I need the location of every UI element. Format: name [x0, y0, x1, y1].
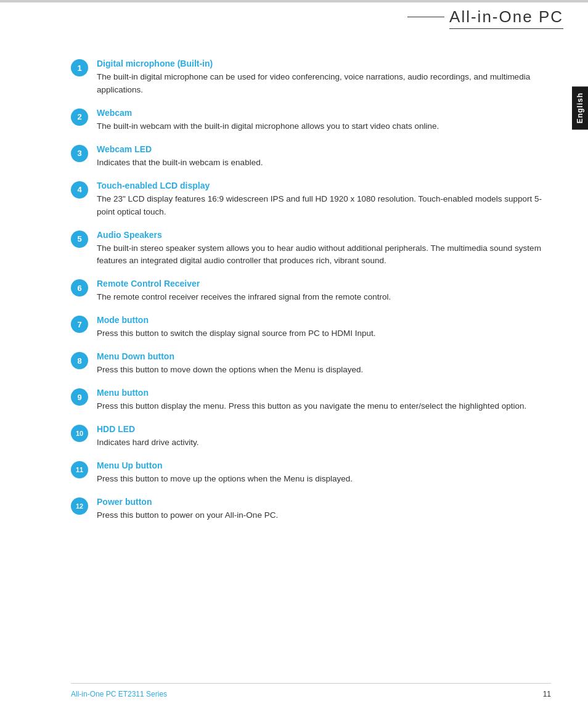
feature-title-7: Mode button: [97, 315, 551, 325]
feature-item-2: 2 Webcam The built-in webcam with the bu…: [71, 108, 551, 133]
badge-2: 2: [71, 108, 88, 126]
feature-title-12: Power button: [97, 497, 551, 507]
badge-11: 11: [71, 461, 88, 478]
feature-item-6: 6 Remote Control Receiver The remote con…: [71, 279, 551, 304]
header-bar: [0, 0, 588, 2]
feature-title-6: Remote Control Receiver: [97, 279, 551, 288]
feature-content-2: Webcam The built-in webcam with the buil…: [97, 108, 551, 133]
feature-content-1: Digital microphone (Built-in) The built-…: [97, 59, 551, 97]
badge-9: 9: [71, 388, 88, 406]
feature-title-10: HDD LED: [97, 424, 551, 434]
badge-1: 1: [71, 59, 88, 76]
footer-right: 11: [543, 690, 551, 698]
feature-content-9: Menu button Press this button display th…: [97, 388, 551, 413]
feature-content-3: Webcam LED Indicates that the built-in w…: [97, 144, 551, 170]
feature-title-3: Webcam LED: [97, 144, 551, 154]
badge-4: 4: [71, 181, 88, 198]
feature-content-5: Audio Speakers The built-in stereo speak…: [97, 230, 551, 268]
feature-item-11: 11 Menu Up button Press this button to m…: [71, 460, 551, 486]
footer-left: All-in-One PC ET2311 Series: [71, 690, 167, 698]
feature-desc-2: The built-in webcam with the built-in di…: [97, 120, 551, 133]
feature-title-8: Menu Down button: [97, 351, 551, 361]
feature-content-11: Menu Up button Press this button to move…: [97, 460, 551, 486]
feature-item-8: 8 Menu Down button Press this button to …: [71, 351, 551, 377]
badge-6: 6: [71, 279, 88, 297]
feature-item-7: 7 Mode button Press this button to switc…: [71, 315, 551, 340]
feature-content-7: Mode button Press this button to switch …: [97, 315, 551, 340]
feature-title-9: Menu button: [97, 388, 551, 398]
feature-item-12: 12 Power button Press this button to pow…: [71, 497, 551, 522]
feature-item-3: 3 Webcam LED Indicates that the built-in…: [71, 144, 551, 170]
feature-desc-11: Press this button to move up the options…: [97, 473, 551, 486]
brand-wrapper: All-in-One PC: [407, 7, 563, 27]
feature-desc-8: Press this button to move down the optio…: [97, 364, 551, 377]
badge-3: 3: [71, 145, 88, 162]
feature-content-8: Menu Down button Press this button to mo…: [97, 351, 551, 377]
feature-desc-5: The built-in stereo speaker system allow…: [97, 242, 551, 268]
main-content: 1 Digital microphone (Built-in) The buil…: [71, 59, 551, 675]
feature-content-12: Power button Press this button to power …: [97, 497, 551, 522]
feature-desc-7: Press this button to switch the display …: [97, 327, 551, 340]
feature-desc-1: The built-in digital microphone can be u…: [97, 71, 551, 97]
feature-desc-9: Press this button display the menu. Pres…: [97, 400, 551, 413]
badge-7: 7: [71, 316, 88, 333]
badge-8: 8: [71, 352, 88, 369]
feature-content-4: Touch-enabled LCD display The 23" LCD di…: [97, 181, 551, 219]
feature-title-11: Menu Up button: [97, 460, 551, 470]
feature-desc-6: The remote control receiver receives the…: [97, 291, 551, 304]
brand-title: All-in-One PC: [449, 7, 563, 27]
feature-title-4: Touch-enabled LCD display: [97, 181, 551, 190]
feature-item-5: 5 Audio Speakers The built-in stereo spe…: [71, 230, 551, 268]
feature-title-1: Digital microphone (Built-in): [97, 59, 551, 68]
badge-5: 5: [71, 231, 88, 248]
feature-item-10: 10 HDD LED Indicates hard drive activity…: [71, 424, 551, 449]
feature-content-6: Remote Control Receiver The remote contr…: [97, 279, 551, 304]
brand-underline: [449, 28, 563, 29]
feature-item-1: 1 Digital microphone (Built-in) The buil…: [71, 59, 551, 97]
feature-title-5: Audio Speakers: [97, 230, 551, 240]
feature-title-2: Webcam: [97, 108, 551, 118]
feature-desc-12: Press this button to power on your All-i…: [97, 509, 551, 522]
feature-item-4: 4 Touch-enabled LCD display The 23" LCD …: [71, 181, 551, 219]
badge-10: 10: [71, 425, 88, 442]
brand-line: [407, 17, 444, 17]
feature-content-10: HDD LED Indicates hard drive activity.: [97, 424, 551, 449]
feature-desc-10: Indicates hard drive activity.: [97, 436, 551, 449]
lang-tab: English: [572, 86, 588, 129]
feature-item-9: 9 Menu button Press this button display …: [71, 388, 551, 413]
badge-12: 12: [71, 497, 88, 515]
brand-text: All-in-One PC: [449, 7, 563, 26]
feature-desc-4: The 23" LCD display features 16:9 widesc…: [97, 193, 551, 219]
footer: All-in-One PC ET2311 Series 11: [71, 683, 551, 698]
feature-desc-3: Indicates that the built-in webcam is en…: [97, 157, 551, 170]
